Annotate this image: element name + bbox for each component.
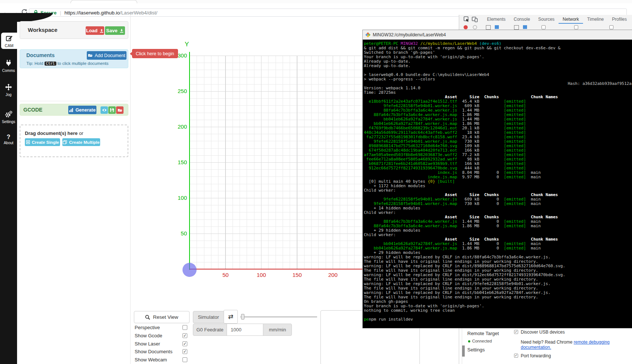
documents-tip: Tip: Hold Ctrl to click multiple documen… bbox=[26, 61, 109, 66]
devtools-remote-devices-panel: Remote Target Connected Settings Discove… bbox=[459, 328, 632, 364]
view-option-label: Perspective bbox=[135, 325, 160, 330]
edit-pencil-icon bbox=[6, 34, 13, 42]
create-single-button[interactable]: Create Single bbox=[25, 138, 60, 146]
view-option-label: Show Webcam bbox=[135, 357, 167, 363]
create-multiple-button[interactable]: Create Multiple bbox=[62, 138, 100, 146]
upload-icon bbox=[99, 29, 104, 33]
terminal-line: + 29 hidden modules bbox=[364, 228, 632, 233]
bar-chart-icon bbox=[69, 108, 73, 112]
filter-icon[interactable] bbox=[486, 25, 491, 30]
single-doc-icon bbox=[26, 140, 30, 144]
msys-diamond-icon bbox=[365, 32, 371, 37]
terminal-line: + 1172 hidden modules bbox=[364, 184, 632, 188]
device-toolbar-icon[interactable] bbox=[472, 17, 478, 22]
sidebar: CAM Comms Jog Settings ? About bbox=[0, 13, 17, 364]
url-path: /LaserWeb4/dist/ bbox=[120, 10, 157, 16]
download-icon bbox=[119, 29, 124, 33]
floppy-disk-icon bbox=[110, 108, 114, 112]
devtools-tab-sources[interactable]: Sources bbox=[534, 15, 559, 24]
folder-open-icon bbox=[118, 108, 122, 112]
view-option-checkbox[interactable] bbox=[182, 333, 187, 338]
devtools-tab-timeline[interactable]: Timeline bbox=[583, 15, 608, 24]
devtools-second-toolbar bbox=[459, 24, 632, 30]
view-option-row: Show Webcam bbox=[135, 356, 187, 364]
view-option-checkbox[interactable] bbox=[182, 325, 187, 330]
terminal-title-bar[interactable]: MINGW32:/c/mybuildenv/LaserWeb4 bbox=[363, 30, 632, 40]
save-gcode-button[interactable] bbox=[108, 106, 116, 114]
g0-feedrate-input[interactable]: 1000 bbox=[227, 324, 263, 336]
gcode-title: GCODE bbox=[23, 107, 42, 113]
devtools-tab-profiles[interactable]: Profiles bbox=[608, 15, 631, 24]
simulator-slider-thumb[interactable] bbox=[241, 314, 244, 320]
preview-gcode-eye-button[interactable] bbox=[101, 106, 108, 114]
sidebar-item-label: Comms bbox=[0, 69, 17, 73]
terminal-line: Version: webpack 1.14.0 bbox=[364, 86, 632, 90]
load-gcode-folder-button[interactable] bbox=[116, 106, 124, 114]
sidebar-item-about[interactable]: ? About bbox=[0, 134, 17, 145]
terminal-body[interactable]: peter@PETER-PC MINGW32 /c/mybuildenv/Las… bbox=[363, 40, 632, 326]
sidebar-item-comms[interactable]: Comms bbox=[0, 59, 17, 73]
view-mode-icon[interactable] bbox=[514, 25, 519, 30]
y-axis-label: Y bbox=[185, 41, 189, 48]
view-option-label: Show Gcode bbox=[135, 333, 162, 338]
simulator-slider-track[interactable] bbox=[240, 317, 317, 317]
move-arrows-icon bbox=[5, 83, 12, 91]
view-option-checkbox[interactable] bbox=[182, 341, 187, 346]
y-axis-tick-label: 100 bbox=[165, 195, 187, 201]
port-forwarding-checkbox[interactable] bbox=[514, 354, 518, 358]
y-axis-tick-label: 200 bbox=[165, 123, 187, 130]
remote-target-title: Remote Target bbox=[467, 331, 499, 336]
devtools-tab-console[interactable]: Console bbox=[510, 15, 534, 24]
terminal-line: penpm run installdev bbox=[364, 317, 632, 322]
port-forwarding-label: Port forwarding bbox=[521, 353, 551, 358]
search-toggle-icon[interactable] bbox=[495, 25, 499, 29]
remote-help-text: Need help? Read Chrome remote debugging … bbox=[521, 340, 632, 350]
sidebar-item-label: Jog bbox=[0, 93, 17, 97]
save-workspace-button[interactable]: Save bbox=[105, 26, 125, 35]
drag-documents-area[interactable]: Drag document(s) here or Create Single C… bbox=[20, 125, 128, 157]
sidebar-item-jog[interactable]: Jog bbox=[0, 83, 17, 97]
devtools-tab-network[interactable]: Network bbox=[559, 15, 583, 24]
view-option-checkbox[interactable] bbox=[182, 357, 187, 362]
add-document-button[interactable]: Add Document bbox=[87, 51, 126, 60]
x-axis-tick-label: 100 bbox=[253, 272, 270, 278]
offline-checkbox[interactable] bbox=[609, 25, 613, 29]
terminal-line: Already up-to-date. bbox=[364, 64, 632, 68]
folder-open-icon bbox=[88, 53, 93, 57]
multi-doc-icon bbox=[63, 140, 67, 144]
inspect-element-icon[interactable] bbox=[464, 16, 470, 22]
begin-tooltip: Click here to begin bbox=[132, 49, 178, 58]
devtools-tab-bar: ElementsConsoleSourcesNetworkTimelinePro… bbox=[459, 15, 632, 24]
view-options-list: PerspectiveShow GcodeShow LaserShow Docu… bbox=[135, 324, 187, 364]
terminal-title: MINGW32:/c/mybuildenv/LaserWeb4 bbox=[373, 32, 446, 37]
ctrl-key-badge: Ctrl bbox=[45, 62, 56, 66]
url-main: https://laserweb.github.io bbox=[65, 10, 120, 16]
discover-usb-checkbox[interactable] bbox=[514, 330, 518, 334]
preserve-log-checkbox[interactable] bbox=[542, 25, 546, 29]
settings-section-label[interactable]: Settings bbox=[467, 347, 485, 353]
panel-canvas-divider bbox=[130, 15, 131, 364]
view-option-checkbox[interactable] bbox=[182, 349, 187, 354]
scrollbar-thumb[interactable] bbox=[462, 345, 465, 357]
timeline-view-icon[interactable] bbox=[523, 25, 527, 29]
record-icon[interactable] bbox=[464, 25, 468, 29]
documents-panel: Documents Add Document Tip: Hold Ctrl to… bbox=[20, 49, 128, 68]
reset-view-button[interactable]: Reset View bbox=[134, 311, 190, 323]
load-workspace-button[interactable]: Load bbox=[86, 26, 104, 35]
disable-cache-checkbox[interactable] bbox=[574, 25, 578, 29]
sidebar-item-settings[interactable]: Settings bbox=[0, 110, 17, 124]
devtools-tab-elements[interactable]: Elements bbox=[483, 15, 510, 24]
drag-documents-text: Drag document(s) here or bbox=[25, 130, 128, 136]
sidebar-item-cam[interactable]: CAM bbox=[1, 33, 17, 49]
simulator-swap-button[interactable]: ⇄ bbox=[224, 310, 238, 324]
clear-icon[interactable] bbox=[473, 25, 477, 29]
eye-icon bbox=[102, 108, 107, 112]
view-option-row: Perspective bbox=[135, 324, 187, 332]
gcode-panel: GCODE Generate bbox=[20, 104, 128, 116]
mingw-terminal-window[interactable]: MINGW32:/c/mybuildenv/LaserWeb4 peter@PE… bbox=[362, 30, 632, 328]
g0-feedrate-label: G0 Feedrate bbox=[193, 324, 227, 336]
machine-origin-marker[interactable] bbox=[182, 263, 197, 277]
terminal-line: nothing to commit, working tree clean bbox=[364, 308, 632, 313]
view-option-label: Show Documents bbox=[135, 349, 172, 354]
generate-gcode-button[interactable]: Generate bbox=[68, 106, 96, 114]
